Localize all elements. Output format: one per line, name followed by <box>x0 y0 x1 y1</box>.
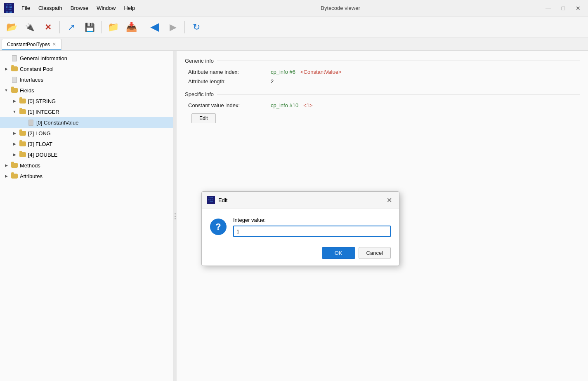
refresh-button[interactable]: ↻ <box>188 19 205 35</box>
tree-arrow: ▶ <box>12 142 17 146</box>
panel-splitter[interactable] <box>173 51 177 381</box>
tree-arrow: ▼ <box>12 110 17 114</box>
forward-icon: ▶ <box>170 22 177 33</box>
dialog-overlay: 101010101011001 Edit ✕ ? Integer value: <box>177 51 588 381</box>
folder-icon <box>11 172 18 180</box>
dialog-title: Edit <box>218 197 384 203</box>
separator-2 <box>101 21 102 33</box>
export-button[interactable]: ↗ <box>63 19 80 35</box>
file-icon <box>11 76 18 83</box>
menu-browse[interactable]: Browse <box>67 4 92 12</box>
folder-icon <box>19 108 26 115</box>
splitter-dot <box>175 213 176 214</box>
tree-arrow: ▶ <box>12 131 17 135</box>
tree-label: Constant Pool <box>20 66 54 72</box>
forward-button[interactable]: ▶ <box>165 19 181 35</box>
menu-window[interactable]: Window <box>93 4 119 12</box>
folder-open-icon: 📁 <box>108 22 119 33</box>
window-title: Bytecode viewer <box>138 5 543 11</box>
folder-icon <box>19 151 26 158</box>
tree-item-fields-1-integer[interactable]: ▼ [1] INTEGER <box>0 106 173 117</box>
edit-dialog: 101010101011001 Edit ✕ ? Integer value: <box>201 191 399 266</box>
tree-label: [1] INTEGER <box>28 109 59 115</box>
save-icon: 💾 <box>85 22 95 32</box>
splitter-dot <box>175 218 176 219</box>
tree-arrow: ▶ <box>3 67 9 71</box>
tree-item-methods[interactable]: ▶ Methods <box>0 160 173 171</box>
menu-help[interactable]: Help <box>120 4 138 12</box>
tree-label: [0] ConstantValue <box>36 120 78 126</box>
save-as-button[interactable]: 📥 <box>123 19 139 35</box>
tree-item-constantvalue[interactable]: [0] ConstantValue <box>0 117 173 128</box>
tree-item-attributes[interactable]: ▶ Attributes <box>0 171 173 181</box>
tree-label: [0] STRING <box>28 98 56 104</box>
integer-value-input[interactable] <box>233 226 391 237</box>
dialog-logo: 101010101011001 <box>207 196 215 204</box>
dialog-body: ? Integer value: OK Cancel <box>202 209 399 266</box>
tree-label: Interfaces <box>20 77 43 83</box>
splitter-handle <box>175 213 176 219</box>
menu-file[interactable]: File <box>18 4 33 12</box>
minimize-button[interactable]: — <box>543 2 554 14</box>
tree-label: Attributes <box>20 173 43 179</box>
question-icon: ? <box>210 219 227 235</box>
folder-icon <box>19 97 26 105</box>
save-as-icon: 📥 <box>126 22 137 33</box>
dialog-close-button[interactable]: ✕ <box>384 195 394 205</box>
refresh-icon: ↻ <box>193 22 200 33</box>
menu-classpath[interactable]: Classpath <box>35 4 66 12</box>
tree-label: [4] DOUBLE <box>28 152 58 158</box>
dialog-fields: Integer value: <box>233 217 391 237</box>
left-panel: General Information ▶ Constant Pool Inte… <box>0 51 173 381</box>
folder-open-button[interactable]: 📁 <box>105 19 121 35</box>
main-content: General Information ▶ Constant Pool Inte… <box>0 51 588 381</box>
dialog-buttons: OK Cancel <box>210 245 391 259</box>
menu-bar: File Classpath Browse Window Help <box>18 4 138 12</box>
tree-item-fields-3-float[interactable]: ▶ [3] FLOAT <box>0 139 173 149</box>
tree-item-fields-4-double[interactable]: ▶ [4] DOUBLE <box>0 149 173 160</box>
close-file-button[interactable]: ✕ <box>40 19 56 35</box>
splitter-dot <box>175 216 176 217</box>
plugin-button[interactable]: 🔌 <box>21 19 38 35</box>
tab-bar: ConstantPoolTypes ✕ <box>0 38 588 51</box>
tree-item-fields-2-long[interactable]: ▶ [2] LONG <box>0 128 173 139</box>
open-button[interactable]: 📂 <box>3 19 20 35</box>
cancel-button[interactable]: Cancel <box>359 247 391 259</box>
window-controls: — □ ✕ <box>543 2 584 14</box>
tree-item-fields[interactable]: ▼ Fields <box>0 85 173 96</box>
close-window-button[interactable]: ✕ <box>572 2 584 14</box>
folder-icon <box>19 140 26 148</box>
file-icon <box>11 54 18 62</box>
back-icon: ◀ <box>151 21 159 33</box>
export-icon: ↗ <box>68 22 75 33</box>
constantpooltypes-tab[interactable]: ConstantPoolTypes ✕ <box>2 39 61 50</box>
maximize-button[interactable]: □ <box>557 2 569 14</box>
tree-label: [3] FLOAT <box>28 141 52 147</box>
tab-close-icon[interactable]: ✕ <box>52 42 56 47</box>
separator-1 <box>59 21 60 33</box>
tree-label: [2] LONG <box>28 130 51 136</box>
back-button[interactable]: ◀ <box>146 19 163 35</box>
folder-icon <box>11 65 18 73</box>
dialog-title-bar: 101010101011001 Edit ✕ <box>202 192 399 209</box>
tab-label: ConstantPoolTypes <box>7 42 50 47</box>
open-icon: 📂 <box>6 22 17 33</box>
file-icon <box>27 119 35 126</box>
app-logo: 10101010101100110110 <box>4 3 14 13</box>
tree-arrow: ▶ <box>3 174 9 178</box>
folder-icon <box>11 162 18 169</box>
tree-label: General Information <box>20 55 67 61</box>
tree-item-general-info[interactable]: General Information <box>0 53 173 64</box>
folder-icon <box>11 87 18 94</box>
tree-item-interfaces[interactable]: Interfaces <box>0 74 173 85</box>
tree-arrow: ▶ <box>12 153 17 157</box>
ok-button[interactable]: OK <box>322 247 355 259</box>
tree-item-fields-0-string[interactable]: ▶ [0] STRING <box>0 96 173 106</box>
integer-value-label: Integer value: <box>233 217 391 223</box>
close-icon: ✕ <box>45 22 52 32</box>
save-button[interactable]: 💾 <box>81 19 98 35</box>
right-panel: Generic info Attribute name index: cp_in… <box>177 51 588 381</box>
dialog-content: ? Integer value: <box>210 217 391 237</box>
tree-item-constant-pool[interactable]: ▶ Constant Pool <box>0 64 173 74</box>
tree-label: Methods <box>20 162 40 169</box>
